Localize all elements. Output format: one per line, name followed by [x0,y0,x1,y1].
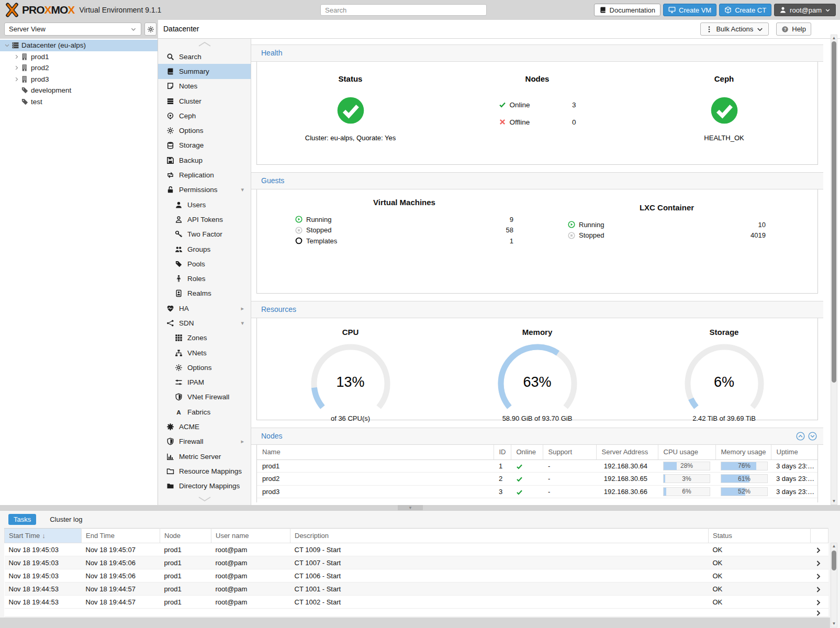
tree-item-label: development [31,86,71,94]
task-row-partial[interactable] [5,609,828,617]
check-icon [516,489,523,496]
user-menu-button[interactable]: root@pam [774,4,836,16]
menu-item-groups[interactable]: Groups [158,242,251,256]
sitemap-icon [174,349,183,357]
menu-item-storage[interactable]: Storage [158,138,251,153]
global-search-input[interactable] [320,4,487,16]
menu-item-two-factor[interactable]: Two Factor [158,227,251,242]
content-scrollbar-thumb[interactable] [832,41,836,383]
menu-item-users[interactable]: Users [158,197,251,212]
scroll-up-arrow[interactable]: ▲ [831,544,837,549]
tasks-col-user-name[interactable]: User name [211,529,290,543]
nodes-col-support[interactable]: Support [543,445,596,459]
menu-item-backup[interactable]: Backup [158,153,251,167]
tree-item-prod2[interactable]: prod2 [0,62,158,74]
tree-settings-button[interactable] [144,23,156,36]
nodes-col-id[interactable]: ID [494,445,511,459]
menu-item-vnets[interactable]: VNets [158,345,251,360]
nodes-col-uptime[interactable]: Uptime [771,445,817,459]
view-selector[interactable]: Server View [4,23,141,36]
menu-item-notes[interactable]: Notes [158,79,251,94]
node-row-prod2[interactable]: prod22-192.168.30.653%61%3 days 23:… [257,473,817,486]
tasks-col-start-time[interactable]: Start Time↓ [5,529,82,543]
splitter-handle[interactable]: ▼ [398,505,423,510]
caret-right-icon[interactable] [13,54,20,60]
scroll-down-arrow[interactable]: ▼ [831,499,837,504]
tree-item-datacenter-eu-alps-[interactable]: Datacenter (eu-alps) [0,40,158,51]
tasks-col-end-time[interactable]: End Time [82,529,160,543]
menu-item-pools[interactable]: Pools [158,256,251,271]
menu-scroll-down-indicator[interactable] [158,496,251,503]
task-row[interactable]: Nov 18 19:44:53Nov 18 19:44:57prod1root@… [5,582,828,596]
task-detail-chevron-icon[interactable] [815,573,822,580]
menu-item-search[interactable]: Search [158,49,251,64]
menu-item-realms[interactable]: Realms [158,286,251,301]
nodes-col-name[interactable]: Name [257,445,494,459]
bulk-actions-button[interactable]: Bulk Actions [700,23,769,36]
task-detail-chevron-icon[interactable] [815,547,822,554]
help-button[interactable]: ? Help [776,23,811,36]
menu-item-options[interactable]: Options [158,123,251,138]
menu-item-ipam[interactable]: IPAM [158,375,251,390]
tree-item-prod3[interactable]: prod3 [0,74,158,85]
collapse-down-icon[interactable] [808,432,817,441]
tab-tasks[interactable]: Tasks [8,514,36,525]
caret-down-icon[interactable] [3,42,10,48]
menu-item-options[interactable]: Options [158,360,251,375]
tree-item-test[interactable]: test [0,96,158,108]
panel-splitter[interactable]: ▼ [0,505,840,510]
scroll-up-arrow[interactable]: ▲ [831,36,837,41]
content-scrollbar[interactable]: ▲ ▼ [831,35,837,505]
create-vm-button[interactable]: Create VM [663,4,716,16]
tab-cluster-log[interactable]: Cluster log [44,514,87,525]
documentation-button[interactable]: Documentation [594,4,660,16]
menu-item-permissions[interactable]: Permissions▾ [158,183,251,197]
menu-item-ceph[interactable]: Ceph [158,108,251,123]
menu-item-summary[interactable]: Summary [158,64,251,78]
scroll-down-arrow[interactable]: ▼ [831,621,837,626]
task-row[interactable]: Nov 18 19:44:53Nov 18 19:44:57prod1root@… [5,596,828,609]
tasks-scrollbar[interactable]: ▲ ▼ [831,543,837,627]
task-row[interactable]: Nov 18 19:45:03Nov 18 19:45:07prod1root@… [5,543,828,556]
nodes-col-cpu-usage[interactable]: CPU usage [658,445,715,459]
task-detail-chevron-icon[interactable] [815,599,822,606]
caret-right-icon[interactable] [13,76,20,82]
node-row-prod3[interactable]: prod33-192.168.30.666%52%3 days 23:… [257,485,817,498]
task-detail-chevron-icon[interactable] [815,586,822,593]
caret-right-icon[interactable] [13,65,20,71]
tasks-horizontal-scrollbar[interactable] [0,618,830,628]
tasks-col-status[interactable]: Status [709,529,811,543]
task-row[interactable]: Nov 18 19:45:03Nov 18 19:45:06prod1root@… [5,556,828,569]
menu-item-sdn[interactable]: SDN▾ [158,316,251,330]
task-detail-chevron-icon[interactable] [815,610,822,616]
tree-item-prod1[interactable]: prod1 [0,51,158,63]
task-row[interactable]: Nov 18 19:45:03Nov 18 19:45:06prod1root@… [5,569,828,582]
menu-item-fabrics[interactable]: AFabrics [158,405,251,419]
node-row-prod1[interactable]: prod11-192.168.30.6428%76%3 days 23:… [257,459,817,473]
menu-item-directory-mappings[interactable]: Directory Mappings [158,479,251,494]
task-node: prod1 [160,543,211,556]
nodes-col-memory-usage[interactable]: Memory usage [715,445,771,459]
menu-item-acme[interactable]: ACME [158,419,251,434]
menu-scroll-up-indicator[interactable] [158,41,251,48]
task-detail-chevron-icon[interactable] [815,560,822,567]
tree-item-development[interactable]: development [0,85,158,96]
menu-item-replication[interactable]: Replication [158,167,251,182]
menu-item-zones[interactable]: Zones [158,331,251,345]
nodes-col-server-address[interactable]: Server Address [596,445,658,459]
tasks-scrollbar-thumb[interactable] [832,551,836,570]
tasks-col-node[interactable]: Node [160,529,211,543]
collapse-up-icon[interactable] [796,432,805,441]
menu-item-ha[interactable]: HA▸ [158,301,251,316]
menu-item-metric-server[interactable]: Metric Server [158,449,251,464]
menu-item-api-tokens[interactable]: API Tokens [158,212,251,227]
menu-item-vnet-firewall[interactable]: VNet Firewall [158,390,251,405]
tasks-col-description[interactable]: Description [290,529,709,543]
create-ct-button[interactable]: Create CT [719,4,771,16]
nodes-col-online[interactable]: Online [511,445,543,459]
menu-item-resource-mappings[interactable]: Resource Mappings [158,464,251,478]
menu-item-firewall[interactable]: Firewall▸ [158,434,251,449]
menu-item-cluster[interactable]: Cluster [158,94,251,108]
menu-item-roles[interactable]: Roles [158,271,251,286]
menu-item-label: Users [187,201,206,209]
